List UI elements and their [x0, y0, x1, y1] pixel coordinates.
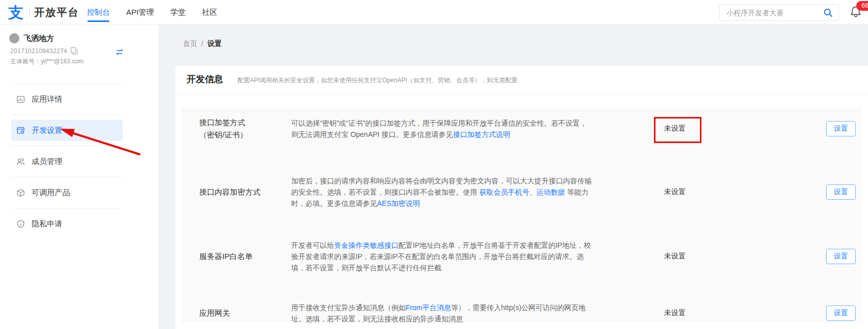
- description-text: 开发者可以给: [291, 241, 334, 249]
- status-text: 未设置: [664, 124, 686, 133]
- sidebar-item-members[interactable]: 成员管理: [11, 146, 123, 177]
- sidebar-item-label: 可调用产品: [32, 188, 70, 198]
- app-detail-icon: [16, 95, 25, 104]
- app-id: 2017102109432274: [10, 48, 67, 55]
- page-subtitle: 配置API调用相关的安全设置，如您未使用任何支付宝OpenAPI（如支付、营销、…: [238, 76, 518, 85]
- inline-doc-link[interactable]: From平台消息: [406, 303, 451, 312]
- breadcrumb-current: 设置: [207, 39, 222, 49]
- main-nav: 控制台API管理学堂社区: [87, 0, 217, 25]
- sidebar-item-products[interactable]: 可调用产品: [11, 177, 123, 208]
- search-input[interactable]: [720, 5, 820, 20]
- inline-doc-link[interactable]: 获取会员手机号: [479, 188, 529, 196]
- configure-button[interactable]: 设置: [826, 121, 856, 136]
- setting-description: 加密后，接口的请求内容和响应内容将会由明文内容变为密文内容，可以大大提升接口内容…: [291, 175, 594, 209]
- privacy-icon: [16, 220, 25, 228]
- page-title: 开发信息: [186, 73, 223, 85]
- header-divider: [175, 95, 868, 95]
- members-icon: [16, 157, 25, 166]
- sidebar-item-label: 开发设置: [32, 126, 62, 135]
- switch-app-icon[interactable]: [115, 48, 124, 54]
- configure-button[interactable]: 设置: [826, 306, 856, 321]
- nav-tab-console[interactable]: 控制台: [87, 0, 110, 25]
- setting-row-ip-whitelist: 服务器IP白名单开发者可以给资金操作类敏感接口配置IP地址白名单，开放平台将基于…: [181, 235, 862, 278]
- sidebar-item-label: 成员管理: [32, 157, 62, 167]
- top-header: 支 开放平台 控制台API管理学堂社区 66: [0, 0, 868, 25]
- sidebar-item-label: 隐私申请: [32, 219, 62, 229]
- inline-doc-link[interactable]: 资金操作类敏感接口: [334, 241, 398, 249]
- owner-account: 主体账号：yil***@163.com: [10, 57, 84, 66]
- configure-button[interactable]: 设置: [826, 249, 856, 264]
- nav-tab-api[interactable]: API管理: [126, 0, 154, 25]
- setting-description: 开发者可以给资金操作类敏感接口配置IP地址白名单，开放平台将基于开发者配置的IP…: [291, 240, 594, 273]
- breadcrumb-separator: /: [201, 39, 203, 49]
- settings-panel: 接口加签方式（密钥/证书）可以选择“密钥”或“证书”的接口加签方式，用于保障应用…: [181, 107, 862, 323]
- sidebar-menu: 应用详情开发设置成员管理可调用产品隐私申请: [11, 83, 123, 239]
- setting-description: 可以选择“密钥”或“证书”的接口加签方式，用于保障应用和开放平台通信的安全性。若…: [291, 118, 594, 140]
- alipay-logo-icon[interactable]: 支: [8, 3, 24, 24]
- sidebar-item-privacy[interactable]: 隐私申请: [11, 208, 123, 239]
- logo-divider: [29, 7, 30, 18]
- setting-description: 用于接收支付宝异步通知消息（例如From平台消息等），需要传入http(s)公网…: [291, 302, 594, 324]
- products-icon: [16, 189, 25, 197]
- sidebar-item-app-detail[interactable]: 应用详情: [11, 83, 123, 114]
- description-text: 、: [529, 188, 536, 196]
- avatar: [9, 33, 19, 43]
- status-text: 未设置: [664, 187, 686, 197]
- breadcrumb: 首页 / 设置: [183, 39, 222, 49]
- setting-row-content-encrypt: 接口内容加密方式加密后，接口的请求内容和响应内容将会由明文内容变为密文内容，可以…: [181, 171, 862, 214]
- copy-icon[interactable]: [71, 47, 78, 55]
- description-text: 可以选择“密钥”或“证书”的接口加签方式，用于保障应用和开放平台通信的安全性。若…: [291, 119, 587, 138]
- status-text: 未设置: [664, 309, 686, 318]
- logo-title[interactable]: 开放平台: [34, 6, 79, 19]
- sidebar-item-dev-settings[interactable]: 开发设置: [11, 114, 123, 146]
- setting-row-sign-mode: 接口加签方式（密钥/证书）可以选择“密钥”或“证书”的接口加签方式，用于保障应用…: [181, 107, 862, 150]
- inline-doc-link[interactable]: 接口加签方式说明: [453, 130, 510, 138]
- inline-doc-link[interactable]: 运动数据: [536, 188, 565, 196]
- notification-badge: 66: [856, 1, 868, 11]
- search-icon[interactable]: [824, 8, 833, 17]
- description-text: 用于接收支付宝异步通知消息（例如: [291, 303, 406, 312]
- status-text: 未设置: [664, 252, 686, 261]
- configure-button[interactable]: 设置: [826, 184, 856, 200]
- dev-info-card: 开发信息 配置API调用相关的安全设置，如您未使用任何支付宝OpenAPI（如支…: [175, 66, 868, 329]
- setting-label: 服务器IP白名单: [199, 250, 289, 263]
- setting-row-app-gateway: 应用网关用于接收支付宝异步通知消息（例如From平台消息等），需要传入http(…: [181, 292, 862, 329]
- inline-doc-link[interactable]: AES加密说明: [377, 199, 420, 207]
- dev-settings-icon: [16, 126, 25, 135]
- breadcrumb-home[interactable]: 首页: [183, 39, 197, 49]
- setting-label: 应用网关: [199, 307, 289, 319]
- account-name: 飞洒地方: [24, 34, 54, 43]
- nav-tab-school[interactable]: 学堂: [170, 0, 185, 25]
- header-search-box: [719, 4, 839, 21]
- sidebar-item-label: 应用详情: [32, 95, 62, 104]
- setting-label: 接口内容加密方式: [199, 186, 289, 198]
- nav-tab-community[interactable]: 社区: [202, 0, 217, 25]
- card-header: 开发信息 配置API调用相关的安全设置，如您未使用任何支付宝OpenAPI（如支…: [186, 73, 518, 85]
- sidebar: 飞洒地方 2017102109432274 主体账号：yil***@163.co…: [0, 25, 158, 329]
- setting-label: 接口加签方式（密钥/证书）: [199, 116, 289, 141]
